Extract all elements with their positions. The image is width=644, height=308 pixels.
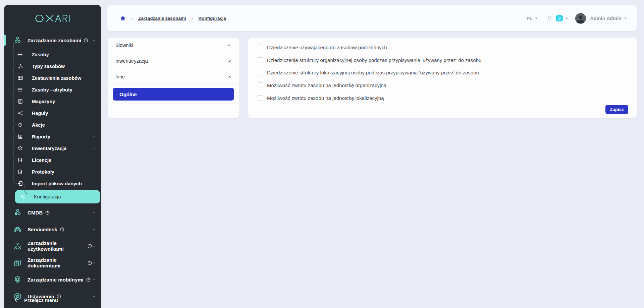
sidebar-item-import-plików-danych[interactable]: Import plików danych	[4, 178, 101, 189]
home-icon[interactable]	[120, 15, 126, 21]
chevron-down-icon	[92, 244, 96, 248]
checkbox-list: Dziedziczenie używającego do zasobów pod…	[258, 41, 628, 104]
oxari-logo-icon	[31, 14, 75, 23]
sidebar-item-label: Licencje	[32, 158, 51, 163]
accordion-body-inne: Ogólne	[108, 85, 239, 104]
sidebar-item-zarządzanie-dokumentami[interactable]: Zarządzanie dokumentami	[4, 254, 101, 271]
config-categories-panel: Słowniki Inwentaryzacja Inne Ogólne	[108, 38, 239, 118]
chevron-down-icon[interactable]	[535, 17, 538, 20]
accordion-section-label: Inne	[115, 74, 125, 79]
sidebar-item-label: Typy zasobów	[32, 64, 65, 69]
accordion-section-inne[interactable]: Inne	[108, 69, 239, 85]
checkbox-label: Dziedziczenie struktury organizacyjnej o…	[267, 57, 481, 63]
sidebar-item-zarządzanie-mobilnymi[interactable]: Zarządzanie mobilnymi	[4, 271, 101, 288]
doc-edit-icon	[17, 157, 23, 163]
checkbox[interactable]	[258, 70, 263, 75]
sidebar-item-label: Zarządzanie zasobami	[28, 38, 81, 43]
sidebar-item-label: Raporty	[32, 134, 50, 139]
documents-icon	[13, 259, 22, 267]
sidebar-item-label: Zarządzanie użytkownikami	[28, 240, 85, 252]
breadcrumb-separator: ›	[131, 15, 133, 21]
checkbox-label: Możliwość zwrotu zasobu na jednostkę org…	[267, 82, 386, 88]
sidebar-item-label: Inwentaryzacja	[32, 146, 66, 151]
sidebar-item-inwentaryzacja[interactable]: Inwentaryzacja	[4, 142, 101, 154]
accordion-section-label: Słowniki	[115, 43, 133, 48]
save-button[interactable]: Zapisz	[605, 105, 628, 114]
gauge-icon	[86, 277, 91, 282]
accordion-section-inwentaryzacja[interactable]: Inwentaryzacja	[108, 53, 239, 69]
sidebar-item-raporty[interactable]: Raporty	[4, 131, 101, 142]
avatar[interactable]	[575, 13, 586, 24]
gauge-icon	[84, 38, 89, 43]
sidebar-item-label: Reguły	[32, 111, 48, 116]
sidebar-item-typy-zasobów[interactable]: Typy zasobów	[4, 60, 101, 72]
gauge-icon	[87, 244, 92, 249]
user-menu[interactable]: Admin Admin	[590, 16, 622, 21]
sidebar-item-zestawienia-zasobów[interactable]: Zestawienia zasobów	[4, 72, 101, 84]
headset-icon	[13, 225, 22, 234]
language-selector[interactable]: PL	[527, 16, 532, 21]
sidebar-item-label: Konfiguracja	[34, 194, 61, 199]
share-icon	[17, 110, 23, 116]
sidebar-item-protokoły[interactable]: Protokoły	[4, 166, 101, 178]
notifications-count-badge[interactable]: 0	[556, 15, 563, 21]
sidebar-toggle-label: Przełącz menu	[24, 298, 58, 303]
chevron-down-icon	[227, 59, 231, 63]
checkbox-label: Dziedziczenie struktury lokalizacyjnej o…	[267, 70, 479, 75]
sidebar-item-konfiguracja[interactable]: Konfiguracja	[15, 190, 100, 203]
chevron-down-icon	[93, 147, 96, 150]
hierarchy-icon	[17, 63, 23, 69]
sidebar-toggle-menu[interactable]: Przełącz menu	[4, 292, 101, 308]
chevron-down-icon	[227, 43, 231, 48]
sidebar-nav: Zarządzanie zasobamiZasobyTypy zasobówZe…	[4, 32, 101, 305]
gauge-icon	[87, 260, 92, 265]
topbar-right: PL 0 Admin Admin	[527, 13, 627, 24]
notifications-bell-icon[interactable]	[547, 15, 553, 21]
chevron-down-icon[interactable]	[624, 17, 627, 20]
list-icon	[17, 87, 23, 93]
sidebar-item-magazyny[interactable]: Magazyny	[4, 96, 101, 107]
sidebar: Zarządzanie zasobamiZasobyTypy zasobówZe…	[4, 5, 101, 308]
import-file-icon	[17, 181, 23, 186]
checkbox[interactable]	[258, 57, 263, 63]
accordion-section-slowniki[interactable]: Słowniki	[108, 38, 239, 53]
chevron-down-icon[interactable]	[565, 17, 569, 20]
setting-row: Dziedziczenie struktury lokalizacyjnej o…	[258, 66, 628, 79]
sidebar-item-reguły[interactable]: Reguły	[4, 107, 101, 119]
checkbox-label: Dziedziczenie używającego do zasobów pod…	[267, 45, 387, 50]
sidebar-item-label: CMDB	[28, 210, 43, 215]
sidebar-item-label: Zasoby	[32, 52, 49, 57]
sidebar-item-akcje[interactable]: Akcje	[4, 119, 101, 131]
table-icon	[17, 75, 23, 81]
chart-icon	[17, 134, 23, 139]
accordion-item-ogolne[interactable]: Ogólne	[113, 88, 234, 101]
oxari-logo[interactable]	[4, 5, 101, 28]
sidebar-item-label: Zasoby - atrybuty	[32, 87, 72, 93]
chevron-down-icon	[93, 135, 96, 138]
breadcrumb-link-zarzadzanie-zasobami[interactable]: Zarządzanie zasobami	[138, 16, 186, 21]
checkbox[interactable]	[258, 45, 263, 50]
chevron-down-icon	[92, 228, 96, 231]
sidebar-item-licencje[interactable]: Licencje	[4, 154, 101, 166]
chevron-down-icon	[92, 261, 96, 265]
inventory-box-icon	[17, 145, 23, 151]
checkbox[interactable]	[258, 95, 263, 101]
breadcrumb-link-konfiguracja[interactable]: Konfiguracja	[199, 16, 226, 21]
chevron-left-icon	[13, 298, 18, 303]
sidebar-item-label: Zestawienia zasobów	[32, 75, 81, 81]
chevron-up-icon	[227, 75, 231, 79]
sidebar-item-label: Zarządzanie mobilnymi	[28, 277, 84, 283]
chevron-up-icon	[92, 39, 96, 42]
sidebar-item-zarządzanie-zasobami[interactable]: Zarządzanie zasobami	[4, 32, 101, 49]
sidebar-item-zarządzanie-użytkownikami[interactable]: Zarządzanie użytkownikami	[4, 238, 101, 254]
warehouse-icon	[17, 99, 23, 104]
topbar: › Zarządzanie zasobami › Konfiguracja PL…	[107, 5, 637, 31]
mobile-icon	[13, 275, 22, 284]
sidebar-item-zasoby-atrybuty[interactable]: Zasoby - atrybuty	[4, 84, 101, 96]
checkbox[interactable]	[258, 82, 263, 88]
sidebar-item-zasoby[interactable]: Zasoby	[4, 49, 101, 60]
chevron-down-icon	[92, 278, 96, 282]
gears-icon	[20, 194, 25, 200]
sidebar-item-cmdb[interactable]: CMDB	[4, 204, 101, 221]
sidebar-item-servicedesk[interactable]: Servicedesk	[4, 221, 101, 238]
